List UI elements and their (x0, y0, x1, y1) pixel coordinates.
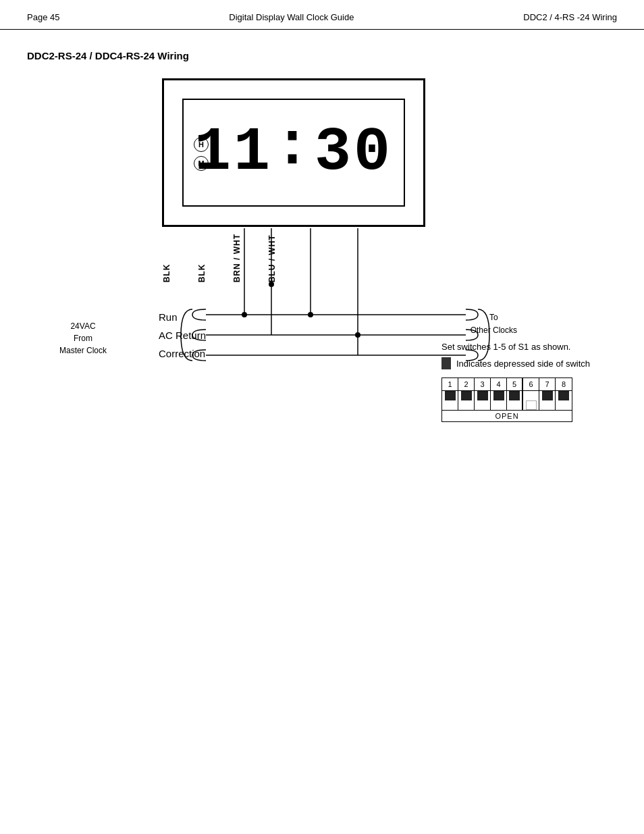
ac-return-label: AC Return (159, 326, 206, 344)
switch-1 (442, 391, 458, 410)
switch-7 (539, 391, 556, 410)
main-content: DDC2-RS-24 / DDC4-RS-24 Wiring H M 11 : … (0, 30, 644, 497)
wire-label-brn-wht: BRN / WHT (232, 234, 242, 282)
to-other-clocks-label: To Other Clocks (471, 311, 517, 337)
page-header: Page 45 Digital Display Wall Clock Guide… (0, 0, 644, 30)
wire-labels-container: BLK BLK BRN / WHT BLU / WHT (162, 234, 277, 282)
switch-area: Set switches 1-5 of S1 as shown. Indicat… (441, 342, 590, 422)
from-text: From (59, 332, 107, 344)
section-title: DDC2-RS-24 / DDC4-RS-24 Wiring (27, 50, 617, 61)
wire-label-blu-wht: BLU / WHT (267, 234, 277, 282)
diagram-area: H M 11 : 30 (27, 78, 617, 470)
to-text: To (471, 311, 517, 324)
run-ac-correction-labels: Run AC Return Correction (159, 308, 206, 363)
master-clock-text: Master Clock (59, 344, 107, 357)
voltage-label: 24VAC From Master Clock (59, 320, 107, 357)
switch-8 (556, 391, 572, 410)
switch-num-6: 6 (523, 378, 539, 390)
switch-numbers-row: 1 2 3 4 5 6 7 8 (442, 378, 572, 391)
correction-label: Correction (159, 344, 206, 363)
switch-indicator-text: Indicates depressed side of switch (456, 359, 590, 369)
svg-point-10 (242, 312, 247, 317)
switch-2 (458, 391, 475, 410)
switch-body (442, 391, 572, 410)
switch-4 (491, 391, 507, 410)
switch-3 (475, 391, 491, 410)
switch-num-2: 2 (458, 378, 475, 390)
other-clocks-text: Other Clocks (471, 324, 517, 337)
switch-num-1: 1 (442, 378, 458, 390)
run-label: Run (159, 308, 206, 326)
switch-num-5: 5 (507, 378, 523, 390)
switch-open-label: OPEN (442, 410, 572, 421)
wire-label-blk2: BLK (197, 234, 207, 282)
switch-5 (507, 391, 523, 410)
switch-instruction: Set switches 1-5 of S1 as shown. (441, 342, 590, 352)
switch-indicator-icon (441, 357, 451, 369)
switch-num-3: 3 (475, 378, 491, 390)
switch-num-4: 4 (491, 378, 507, 390)
section-ref: DDC2 / 4-RS -24 Wiring (523, 12, 617, 22)
wire-label-blk1: BLK (162, 234, 171, 282)
guide-title: Digital Display Wall Clock Guide (229, 12, 354, 22)
switch-indicator: Indicates depressed side of switch (441, 357, 590, 369)
switch-6 (523, 391, 539, 410)
switch-num-8: 8 (556, 378, 572, 390)
page-number: Page 45 (27, 12, 59, 22)
switch-diagram: 1 2 3 4 5 6 7 8 (441, 377, 572, 422)
switch-num-7: 7 (539, 378, 556, 390)
voltage-text: 24VAC (59, 320, 107, 332)
